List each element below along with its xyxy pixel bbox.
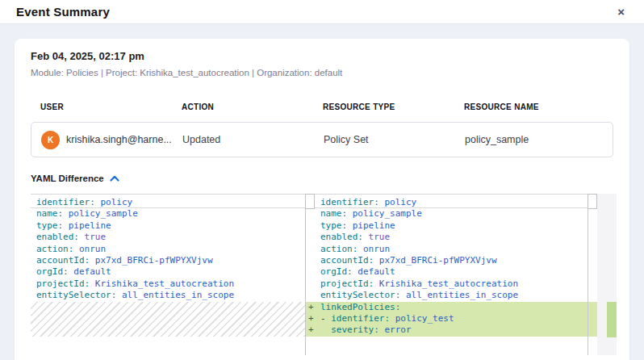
- action-cell: Updated: [182, 134, 324, 145]
- resource-name-cell: policy_sample: [465, 134, 606, 145]
- diff-line: +linkedPolicies:: [306, 302, 597, 313]
- close-button[interactable]: ×: [614, 4, 628, 19]
- diff-right-scrollbar-thumb[interactable]: [588, 194, 597, 209]
- diff-placeholder-hatch: [31, 302, 305, 337]
- column-header-user: USER: [40, 103, 182, 111]
- column-header-action: ACTION: [182, 103, 323, 111]
- diff-line: name: policy_sample: [306, 208, 597, 220]
- event-timestamp: Feb 04, 2025, 02:17 pm: [31, 50, 613, 62]
- column-header-resource-name: RESOURCE NAME: [464, 103, 605, 111]
- table-row[interactable]: K krishika.singh@harne... Updated Policy…: [31, 122, 613, 157]
- diff-line: orgId: default: [306, 266, 597, 278]
- audit-table-header: USER ACTION RESOURCE TYPE RESOURCE NAME: [31, 103, 613, 111]
- diff-line: accountId: px7xd_BFRCi-pfWPYXVjvw: [306, 255, 597, 266]
- diff-line: identifier: policy: [306, 197, 597, 208]
- event-meta: Module: Policies | Project: Krishika_tes…: [31, 68, 613, 77]
- chevron-up-icon: [110, 175, 119, 182]
- diff-line: identifier: policy: [31, 197, 305, 208]
- resource-type-cell: Policy Set: [324, 134, 465, 145]
- user-avatar: K: [41, 131, 60, 149]
- diff-line: + severity: error: [306, 324, 597, 336]
- diff-line: projectId: Krishika_test_autocreation: [306, 278, 597, 290]
- yaml-difference-label: YAML Difference: [31, 174, 104, 183]
- diff-line: enabled: true: [306, 232, 597, 243]
- diff-right-pane[interactable]: identifier: policyname: policy_sampletyp…: [305, 195, 597, 355]
- diff-left-scrollbar-thumb[interactable]: [305, 194, 315, 209]
- avatar-initial: K: [48, 136, 53, 144]
- ruler-added-marker: [607, 302, 617, 337]
- event-summary-card: Feb 04, 2025, 02:17 pm Module: Policies …: [15, 39, 629, 360]
- user-cell: K krishika.singh@harne...: [41, 131, 182, 149]
- close-icon: ×: [617, 5, 625, 19]
- window-header: Event Summary ×: [0, 0, 644, 24]
- diff-overview-ruler[interactable]: [597, 194, 617, 355]
- diff-line: projectId: Krishika_test_autocreation: [31, 278, 305, 290]
- diff-line: orgId: default: [31, 266, 305, 278]
- yaml-difference-toggle[interactable]: YAML Difference: [31, 174, 119, 183]
- diff-line: type: pipeline: [31, 220, 305, 232]
- diff-right-scrollbar-track: [588, 195, 588, 355]
- user-email: krishika.singh@harne...: [66, 134, 172, 145]
- diff-line: type: pipeline: [306, 220, 597, 232]
- diff-viewer: identifier: policyname: policy_sampletyp…: [31, 194, 617, 355]
- diff-line: entitySelector: all_entities_in_scope: [31, 290, 305, 301]
- diff-line: action: onrun: [306, 244, 597, 255]
- page-title: Event Summary: [16, 5, 110, 19]
- diff-line: name: policy_sample: [31, 208, 305, 220]
- diff-line: accountId: px7xd_BFRCi-pfWPYXVjvw: [31, 255, 305, 266]
- diff-line: entitySelector: all_entities_in_scope: [306, 290, 597, 301]
- diff-line: enabled: true: [31, 232, 305, 243]
- diff-line: +- identifier: policy_test: [306, 313, 597, 324]
- diff-line: action: onrun: [31, 244, 305, 255]
- diff-left-pane[interactable]: identifier: policyname: policy_sampletyp…: [31, 195, 305, 355]
- column-header-resource-type: RESOURCE TYPE: [323, 103, 464, 111]
